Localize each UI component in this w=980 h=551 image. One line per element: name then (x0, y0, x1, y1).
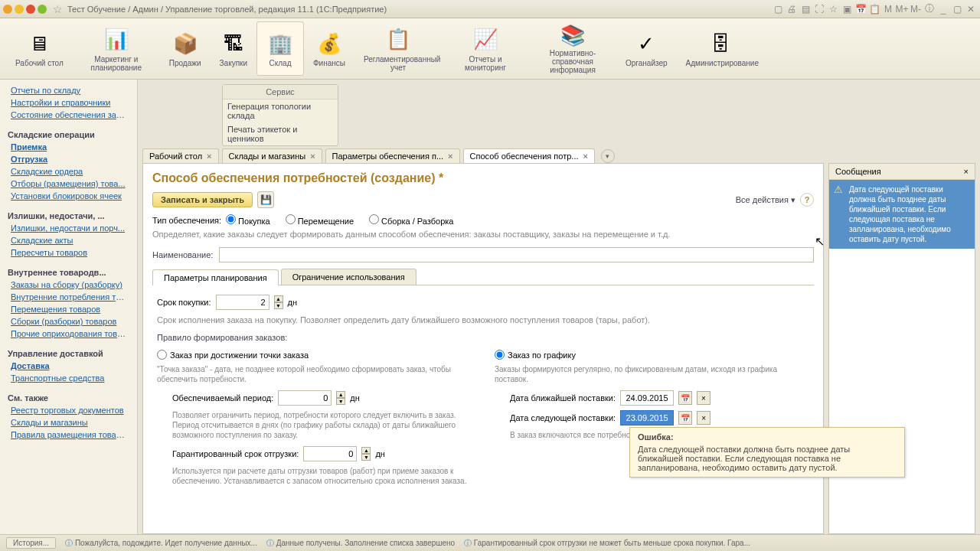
guarantee-input[interactable] (303, 446, 357, 461)
help-icon[interactable]: ? (800, 193, 814, 207)
star-icon[interactable]: ☆ (827, 3, 839, 15)
info-icon[interactable]: ⓘ (923, 3, 936, 15)
close-icon[interactable]: × (964, 167, 969, 176)
tb-admin[interactable]: 🗄Администрирование (677, 21, 764, 76)
history-button[interactable]: История... (6, 537, 56, 549)
chart-icon: 📊 (103, 26, 130, 54)
nav-link[interactable]: Складские акты (0, 234, 137, 246)
rule-radio2[interactable] (495, 350, 505, 360)
tb-btn[interactable]: ⛶ (813, 3, 825, 15)
tab-params[interactable]: Параметры обеспечения п...× (325, 148, 460, 163)
rule-label: Правило формирования заказов: (157, 333, 809, 342)
nav-link[interactable]: Сборки (разборки) товаров (0, 315, 137, 328)
rule-radio1[interactable] (157, 350, 167, 360)
period-input[interactable] (278, 390, 332, 406)
radio-assembly[interactable]: Сборка / Разборка (369, 214, 453, 226)
tb-warehouse[interactable]: 🏢Склад (256, 21, 304, 76)
status-info: Данные получены. Заполнение списка завер… (266, 538, 455, 549)
close-btn[interactable]: ✕ (965, 3, 977, 15)
type-label: Тип обеспечения: (152, 216, 221, 225)
nearest-date-input[interactable] (620, 390, 674, 406)
next-date-input[interactable] (620, 410, 674, 425)
period-spinner[interactable]: ▲▼ (336, 391, 345, 405)
tab-close-icon[interactable]: × (310, 152, 315, 161)
tab-desktop[interactable]: Рабочий стол× (142, 148, 219, 163)
status-info: Пожалуйста, подождите. Идет получение да… (65, 538, 257, 549)
save-icon-button[interactable]: 💾 (257, 191, 274, 208)
calendar-icon[interactable]: 📅 (678, 391, 692, 405)
radio-input[interactable] (369, 214, 379, 224)
nav-link[interactable]: Отборы (размещения) това... (0, 178, 137, 190)
m-minus-btn[interactable]: M- (910, 3, 922, 15)
dot-icon (38, 5, 47, 14)
subtabs: Параметры планирования Ограничение испол… (152, 269, 814, 285)
favorite-icon[interactable]: ☆ (53, 3, 63, 15)
nav-link[interactable]: Внутренние потребления то... (0, 291, 137, 303)
m-btn[interactable]: M (882, 3, 894, 15)
clear-icon[interactable]: × (697, 411, 710, 425)
building-icon: 🏢 (266, 30, 294, 57)
tab-close-icon[interactable]: × (448, 152, 452, 161)
tb-reference[interactable]: 📚Нормативно-справочная информация (529, 21, 616, 76)
nav-link[interactable]: Правила размещения товаров (0, 429, 137, 441)
nav-link[interactable]: Реестр торговых документов (0, 404, 137, 416)
nav-link[interactable]: Прочие оприходования това... (0, 328, 137, 340)
maximize-btn[interactable]: ▢ (951, 3, 963, 15)
nav-group: Складские операции (0, 127, 137, 141)
nav-link[interactable]: Состояние обеспечения зака... (0, 109, 137, 121)
calc-icon[interactable]: 📋 (868, 3, 880, 15)
crane-icon: 🏗 (220, 30, 247, 57)
tooltip-header: Ошибка: (638, 432, 897, 442)
term-input[interactable] (216, 295, 270, 310)
tb-btn[interactable]: ▢ (772, 3, 784, 15)
tabs-dropdown-icon[interactable]: ▾ (601, 149, 615, 163)
tb-reports[interactable]: 📈Отчеты и мониторинг (442, 21, 529, 76)
radio-input[interactable] (286, 214, 296, 224)
nav-link[interactable]: Установки блокировок ячеек (0, 190, 137, 202)
tab-close-icon[interactable]: × (583, 152, 588, 161)
tb-marketing[interactable]: 📊Маркетинг и планирование (73, 21, 160, 76)
nav-link[interactable]: Отгрузка (0, 153, 137, 165)
tb-btn[interactable]: ▣ (841, 3, 853, 15)
type-radios: Тип обеспечения: Покупка Перемещение Сбо… (152, 214, 814, 226)
nav-link[interactable]: Настройки и справочники (0, 96, 137, 109)
tab-method[interactable]: Способ обеспечения потр...× (463, 148, 595, 163)
name-input[interactable] (219, 247, 814, 262)
message-item[interactable]: Дата следующей поставки должна быть позд… (829, 180, 975, 249)
tb-btn[interactable]: ▤ (799, 3, 812, 15)
nav-link[interactable]: Склады и магазины (0, 416, 137, 429)
term-spinner[interactable]: ▲▼ (274, 295, 283, 309)
tb-desktop[interactable]: 🖥Рабочий стол (6, 21, 73, 76)
tb-sales[interactable]: 📦Продажи (160, 21, 211, 76)
nav-link[interactable]: Заказы на сборку (разборку) (0, 279, 137, 291)
subtab-restriction[interactable]: Ограничение использования (281, 269, 416, 285)
nav-link[interactable]: Перемещения товаров (0, 303, 137, 315)
radio-move[interactable]: Перемещение (286, 214, 354, 226)
nav-link[interactable]: Транспортные средства (0, 372, 137, 384)
m-plus-btn[interactable]: M+ (896, 3, 908, 15)
nav-link[interactable]: Пересчеты товаров (0, 246, 137, 259)
radio-input[interactable] (226, 214, 236, 224)
tab-warehouses[interactable]: Склады и магазины× (222, 148, 322, 163)
tab-close-icon[interactable]: × (207, 152, 211, 161)
radio-purchase[interactable]: Покупка (226, 214, 270, 226)
tb-accounting[interactable]: 📋Регламентированный учет (354, 21, 442, 76)
tb-finance[interactable]: 💰Финансы (304, 21, 354, 76)
nav-link[interactable]: Складские ордера (0, 165, 137, 178)
minimize-btn[interactable]: _ (937, 3, 949, 15)
nav-link[interactable]: Излишки, недостачи и порч... (0, 222, 137, 234)
nav-link[interactable]: Доставка (0, 360, 137, 372)
calendar-icon[interactable]: 📅 (854, 3, 867, 15)
save-close-button[interactable]: Записать и закрыть (152, 192, 253, 207)
tb-purchases[interactable]: 🏗Закупки (211, 21, 256, 76)
guarantee-spinner[interactable]: ▲▼ (361, 447, 371, 461)
tab-label: Рабочий стол (149, 152, 202, 161)
tb-organizer[interactable]: ✓Органайзер (616, 21, 677, 76)
tb-btn[interactable]: 🖨 (786, 3, 798, 15)
all-actions-link[interactable]: Все действия ▾ (736, 195, 795, 205)
calendar-icon[interactable]: 📅 (678, 411, 692, 425)
subtab-planning[interactable]: Параметры планирования (152, 269, 279, 285)
nav-link[interactable]: Приемка (0, 141, 137, 153)
clear-icon[interactable]: × (697, 391, 710, 405)
nav-link[interactable]: Отчеты по складу (0, 84, 137, 96)
